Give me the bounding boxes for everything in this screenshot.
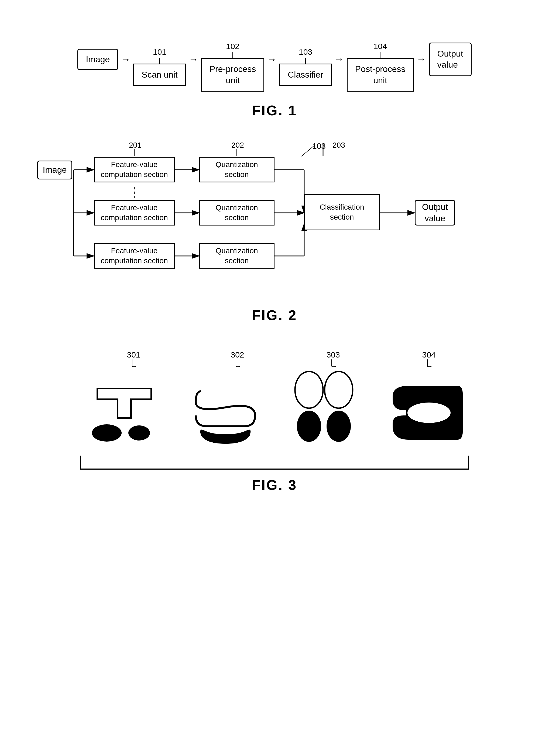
ref-302-container: 302	[230, 350, 244, 367]
svg-text:103: 103	[312, 141, 326, 150]
fig2-fv3-label: Feature-valuecomputation section	[101, 246, 168, 266]
fig1-arrow-2: →	[186, 54, 201, 65]
fig2-title: FIG. 2	[252, 307, 297, 323]
fig1-postprocess-label: Post-processunit	[355, 64, 406, 85]
ref-301-label: 301	[127, 350, 140, 359]
fig1-title: FIG. 1	[252, 102, 297, 119]
fig1-preprocess-box: Pre-processunit	[201, 58, 264, 92]
fig1-ref-101: 101	[153, 47, 166, 64]
svg-point-33	[297, 411, 321, 442]
fig1-arrow-3: →	[264, 54, 280, 65]
fig1-scan-box: Scan unit	[133, 64, 186, 86]
fig2-q2-label: Quantizationsection	[215, 203, 258, 223]
fig3-shape-303	[289, 370, 359, 446]
fig1-ref-103: 103	[299, 47, 312, 64]
fig1-preprocess-label: Pre-processunit	[209, 64, 256, 85]
ref-304-label: 304	[422, 350, 436, 359]
fig1-diagram: Image → 101 Scan unit → 102	[77, 27, 471, 92]
svg-point-31	[295, 372, 323, 408]
fig1-postprocess-box: Post-processunit	[347, 58, 414, 92]
svg-point-30	[128, 425, 150, 441]
ref-304-container: 304	[422, 350, 436, 367]
ref-104-label: 104	[374, 42, 387, 51]
fig3-shape-304	[387, 380, 463, 446]
fig3-title: FIG. 3	[252, 477, 297, 493]
svg-point-34	[327, 411, 351, 442]
fig1-image-node: Image	[77, 49, 118, 70]
fig2-q2-box: Quantizationsection	[199, 200, 274, 226]
fig2-output-label: Outputvalue	[422, 202, 448, 224]
fig2-q1-box: Quantizationsection	[199, 157, 274, 182]
fig2-image-node: Image	[37, 161, 72, 179]
fig1-classifier-label: Classifier	[288, 70, 323, 79]
fig2-cls-box: Classificationsection	[304, 194, 380, 230]
fig1-ref-104: 104	[374, 42, 387, 58]
fig3-section: 301 302 303 304	[22, 350, 527, 493]
ref-301-container: 301	[127, 350, 140, 367]
fig1-arrow-1: →	[118, 54, 133, 65]
fig3-bracket	[78, 454, 471, 471]
svg-point-32	[325, 372, 353, 408]
fig2-container: 103	[22, 140, 527, 323]
fig2-section: 103	[22, 140, 527, 323]
fig1-output-node: Outputvalue	[429, 43, 472, 76]
fig2-image-label: Image	[43, 164, 67, 176]
fig3-shape-301	[87, 380, 162, 446]
fig2-fv2-label: Feature-valuecomputation section	[101, 203, 168, 223]
fig3-shape-302	[190, 380, 260, 446]
ref-103-label: 103	[299, 47, 312, 57]
fig2-fv2-box: Feature-valuecomputation section	[94, 200, 175, 226]
fig1-image-label: Image	[86, 54, 110, 64]
fig1-output-label: Outputvalue	[437, 49, 463, 70]
ref-101-label: 101	[153, 47, 166, 57]
fig1-container: Image → 101 Scan unit → 102	[22, 27, 527, 119]
svg-point-29	[92, 424, 122, 442]
fig2-output-node: Outputvalue	[415, 200, 455, 226]
fig1-arrow-5: →	[414, 54, 429, 65]
svg-text:202: 202	[231, 141, 244, 149]
svg-text:203: 203	[333, 141, 345, 149]
ref-303-label: 303	[326, 350, 340, 359]
fig3-container: 301 302 303 304	[22, 350, 527, 493]
page: Image → 101 Scan unit → 102	[0, 0, 549, 756]
fig1-classifier-box: Classifier	[280, 64, 332, 86]
svg-point-35	[408, 403, 451, 423]
fig2-fv3-box: Feature-valuecomputation section	[94, 243, 175, 269]
fig2-q3-label: Quantizationsection	[215, 246, 258, 266]
ref-302-label: 302	[230, 350, 244, 359]
ref-102-label: 102	[226, 42, 239, 51]
ref-303-container: 303	[326, 350, 340, 367]
fig2-fv1-label: Feature-valuecomputation section	[101, 160, 168, 179]
fig1-ref-102: 102	[226, 42, 239, 58]
fig1-arrow-4: →	[332, 54, 347, 65]
fig1-scan-label: Scan unit	[141, 70, 177, 79]
fig2-q1-label: Quantizationsection	[215, 160, 258, 179]
fig2-q3-box: Quantizationsection	[199, 243, 274, 269]
svg-line-2	[302, 145, 315, 156]
svg-text:201: 201	[129, 141, 141, 149]
fig2-fv1-box: Feature-valuecomputation section	[94, 157, 175, 182]
fig2-cls-label: Classificationsection	[320, 202, 364, 222]
